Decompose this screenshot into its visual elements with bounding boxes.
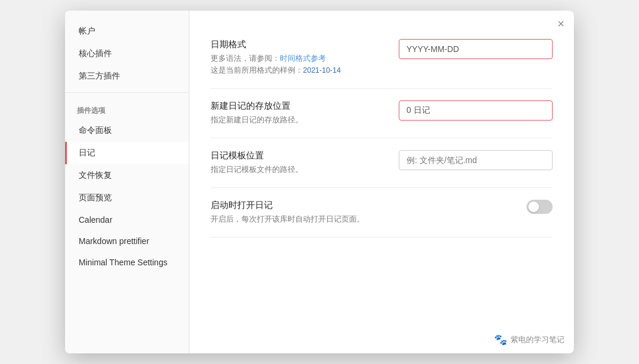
- settings-modal: × 帐户 核心插件 第三方插件 插件选项 命令面板 日记 文件恢复 页面预览 C…: [65, 11, 574, 353]
- date-format-label: 日期格式: [211, 39, 399, 50]
- open-on-start-info: 启动时打开日记 开启后，每次打开该库时自动打开日记页面。: [211, 200, 399, 225]
- date-format-desc: 更多语法，请参阅：时间格式参考 这是当前所用格式的样例：2021-10-14: [211, 53, 399, 76]
- sidebar-item-page-preview[interactable]: 页面预览: [65, 187, 189, 209]
- sidebar-item-markdown-prettifier[interactable]: Markdown prettifier: [65, 230, 189, 252]
- sidebar-item-minimal-theme-settings[interactable]: Minimal Theme Settings: [65, 252, 189, 273]
- diary-location-setting: 新建日记的存放位置 指定新建日记的存放路径。: [211, 89, 553, 138]
- template-location-input[interactable]: [399, 150, 553, 170]
- sidebar-section-plugin-options: 插件选项: [65, 98, 189, 119]
- sidebar-item-command-palette[interactable]: 命令面板: [65, 119, 189, 142]
- sidebar-item-diary[interactable]: 日记: [65, 142, 189, 164]
- diary-location-control: [399, 100, 553, 121]
- template-location-setting: 日记模板位置 指定日记模板文件的路径。: [211, 138, 553, 188]
- date-format-info: 日期格式 更多语法，请参阅：时间格式参考 这是当前所用格式的样例：2021-10…: [211, 39, 399, 76]
- diary-location-label: 新建日记的存放位置: [211, 100, 399, 112]
- open-on-start-setting: 启动时打开日记 开启后，每次打开该库时自动打开日记页面。: [211, 188, 553, 238]
- sidebar: 帐户 核心插件 第三方插件 插件选项 命令面板 日记 文件恢复 页面预览 Cal…: [65, 11, 189, 353]
- diary-location-input[interactable]: [399, 100, 553, 121]
- sidebar-item-account[interactable]: 帐户: [65, 20, 189, 43]
- open-on-start-desc: 开启后，每次打开该库时自动打开日记页面。: [211, 213, 399, 225]
- diary-location-desc: 指定新建日记的存放路径。: [211, 114, 399, 126]
- diary-location-info: 新建日记的存放位置 指定新建日记的存放路径。: [211, 100, 399, 126]
- date-format-control: [399, 39, 553, 59]
- sidebar-item-calendar[interactable]: Calendar: [65, 209, 189, 230]
- date-format-example-value: 2021-10-14: [303, 66, 341, 74]
- template-location-label: 日记模板位置: [211, 150, 399, 161]
- date-format-setting: 日期格式 更多语法，请参阅：时间格式参考 这是当前所用格式的样例：2021-10…: [211, 27, 553, 89]
- open-on-start-label: 启动时打开日记: [211, 200, 399, 211]
- template-location-control: [399, 150, 553, 170]
- sidebar-item-file-recovery[interactable]: 文件恢复: [65, 164, 189, 187]
- toggle-knob: [528, 202, 539, 212]
- template-location-info: 日记模板位置 指定日记模板文件的路径。: [211, 150, 399, 176]
- main-content: 日期格式 更多语法，请参阅：时间格式参考 这是当前所用格式的样例：2021-10…: [189, 11, 574, 353]
- date-format-input[interactable]: [399, 39, 553, 59]
- watermark-icon: 🐾: [494, 333, 507, 346]
- close-button[interactable]: ×: [557, 18, 564, 30]
- watermark: 🐾 紫电的学习笔记: [494, 333, 564, 346]
- date-format-link[interactable]: 时间格式参考: [280, 54, 326, 63]
- date-format-desc-prefix: 更多语法，请参阅：: [211, 54, 280, 63]
- sidebar-item-third-party-plugins[interactable]: 第三方插件: [65, 65, 189, 87]
- sidebar-divider: [65, 92, 189, 93]
- template-location-desc: 指定日记模板文件的路径。: [211, 164, 399, 176]
- date-format-example-prefix: 这是当前所用格式的样例：: [211, 66, 303, 74]
- open-on-start-control: [399, 200, 553, 214]
- open-on-start-toggle[interactable]: [527, 200, 553, 214]
- watermark-text: 紫电的学习笔记: [511, 334, 564, 345]
- sidebar-item-core-plugins[interactable]: 核心插件: [65, 43, 189, 65]
